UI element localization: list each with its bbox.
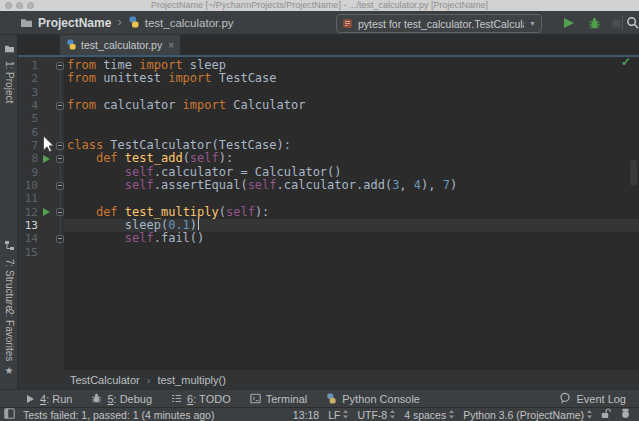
status-widget-lf[interactable]: LF [328, 409, 348, 421]
line-number: 13 [20, 219, 38, 232]
tool-button-favorites[interactable]: 2: Favorites ★ [0, 309, 18, 376]
code-line[interactable]: 12 def test_multiply(self): [18, 206, 639, 219]
run-icon [25, 390, 35, 408]
project-folder-icon [20, 14, 33, 32]
code-line[interactable]: 15 [18, 246, 639, 259]
editor-tab-test-calculator[interactable]: test_calculator.py × [60, 35, 180, 55]
tool-button-structure[interactable]: 7: Structure [0, 237, 18, 311]
tool-button-run[interactable]: 4: Run [25, 390, 72, 408]
event-log-icon [559, 390, 571, 408]
window-title: ProjectName [~/PycharmProjects/ProjectNa… [0, 0, 639, 11]
tool-button-python-console[interactable]: Python Console [326, 390, 420, 408]
code-line[interactable]: 2from unittest import TestCase [18, 72, 639, 85]
tool-button-terminal[interactable]: Terminal [250, 390, 308, 408]
code-text: from time import sleep [67, 59, 226, 72]
code-text: sleep(0.1) [67, 219, 199, 232]
tab-label: test_calculator.py [81, 39, 162, 51]
breadcrumb-chevron-icon: › [147, 374, 151, 386]
status-widget-4-spaces[interactable]: 4 spaces [404, 409, 454, 421]
code-line[interactable]: 1from time import sleep [18, 59, 639, 72]
code-text: self.fail() [67, 232, 204, 245]
pytest-icon [342, 15, 353, 33]
status-widget-label: UTF-8 [357, 409, 387, 421]
code-line[interactable]: 6 [18, 126, 639, 139]
code-line[interactable]: 10 self.assertEqual(self.calculator.add(… [18, 179, 639, 192]
code-line[interactable]: 11 [18, 192, 639, 205]
fold-marker-icon[interactable] [56, 142, 64, 150]
tool-window-bar: 4: Run5: Debug6: TODOTerminalPython Cons… [0, 389, 639, 407]
code-line[interactable]: 13 sleep(0.1) [18, 219, 639, 232]
toolbar-button-label: 5: Debug [107, 393, 152, 405]
status-widget-utf8[interactable]: UTF-8 [357, 409, 395, 421]
project-tool-icon [4, 39, 15, 57]
run-button[interactable] [564, 18, 574, 28]
tool-button-label: 2: Favorites [4, 309, 15, 361]
code-line[interactable]: 5 [18, 112, 639, 125]
code-text: self.assertEqual(self.calculator.add(3, … [67, 179, 457, 192]
code-line[interactable]: 4from calculator import Calculator [18, 99, 639, 112]
tool-button-debug[interactable]: 5: Debug [91, 390, 152, 408]
tool-window-toggle-icon[interactable] [4, 408, 15, 421]
toolbar-items: 4: Run5: Debug6: TODOTerminalPython Cons… [25, 390, 420, 408]
hector-inspector-icon[interactable] [620, 408, 631, 421]
breadcrumb-bar: TestCalculator › test_multiply() [18, 370, 639, 389]
fold-marker-icon[interactable] [56, 155, 64, 163]
text-caret [198, 219, 199, 230]
tool-button-label: 1: Project [4, 61, 15, 103]
code-line[interactable]: 8 def test_add(self): [18, 152, 639, 165]
code-editor[interactable]: 1from time import sleep2from unittest im… [18, 57, 639, 370]
close-tab-icon[interactable]: × [168, 40, 174, 51]
code-text: from unittest import TestCase [67, 72, 277, 85]
line-number: 14 [20, 232, 38, 245]
macos-titlebar: ProjectName [~/PycharmProjects/ProjectNa… [0, 0, 639, 11]
run-configuration-select[interactable]: pytest for test_calculator.TestCalculato… [336, 14, 542, 33]
stop-button[interactable] [612, 19, 621, 28]
tool-button-project[interactable]: 1: Project [0, 39, 18, 103]
status-widget-1318: 13:18 [293, 409, 319, 421]
line-number: 2 [20, 72, 38, 85]
editor-scrollbar[interactable] [630, 160, 637, 186]
todo-icon [171, 390, 182, 408]
breadcrumb-method[interactable]: test_multiply() [157, 374, 225, 386]
tool-button-todo[interactable]: 6: TODO [171, 390, 231, 408]
status-widget-label: LF [328, 409, 340, 421]
line-number: 11 [20, 192, 38, 205]
line-number: 15 [20, 246, 38, 259]
chevron-down-icon: ▼ [529, 20, 536, 27]
line-number: 1 [20, 59, 38, 72]
status-bar: Tests failed: 1, passed: 1 (4 minutes ag… [0, 407, 639, 421]
navigation-breadcrumb: ProjectName › test_calculator.py [20, 11, 234, 34]
nav-file-name[interactable]: test_calculator.py [145, 17, 234, 29]
debug-icon [91, 390, 102, 408]
status-widget-python-36-projectname[interactable]: Python 3.6 (ProjectName) [463, 409, 592, 421]
navigation-bar: ProjectName › test_calculator.py pytest … [0, 11, 639, 35]
unlock-icon[interactable] [601, 408, 611, 421]
nav-project-name[interactable]: ProjectName [38, 16, 111, 30]
fold-marker-icon[interactable] [56, 102, 64, 110]
code-line[interactable]: 7class TestCalculator(TestCase): [18, 139, 639, 152]
fold-marker-icon[interactable] [56, 182, 64, 190]
code-text: from calculator import Calculator [67, 99, 305, 112]
fold-marker-icon[interactable] [56, 62, 64, 70]
tool-button-label: 7: Structure [4, 259, 15, 311]
code-line[interactable]: 3 [18, 86, 639, 99]
python-file-icon [66, 36, 77, 54]
code-line[interactable]: 9 self.calculator = Calculator() [18, 166, 639, 179]
tool-button-event-log[interactable]: Event Log [559, 390, 626, 408]
line-number: 6 [20, 126, 38, 139]
search-everywhere-icon[interactable] [626, 16, 639, 34]
editor-lines: 1from time import sleep2from unittest im… [18, 59, 639, 259]
fold-marker-icon[interactable] [56, 208, 64, 216]
run-test-gutter-icon[interactable] [43, 208, 50, 216]
status-message: Tests failed: 1, passed: 1 (4 minutes ag… [23, 409, 214, 421]
code-line[interactable]: 14 self.fail() [18, 232, 639, 245]
structure-tool-icon [4, 237, 15, 255]
debug-button[interactable] [588, 16, 601, 34]
line-number: 8 [20, 152, 38, 165]
breadcrumb-class[interactable]: TestCalculator [70, 374, 140, 386]
python-file-icon [128, 14, 140, 32]
line-number: 7 [20, 139, 38, 152]
inspections-ok-check-icon[interactable]: ✓ [621, 55, 631, 69]
toolbar-divider [622, 16, 623, 30]
fold-marker-icon[interactable] [56, 235, 64, 243]
